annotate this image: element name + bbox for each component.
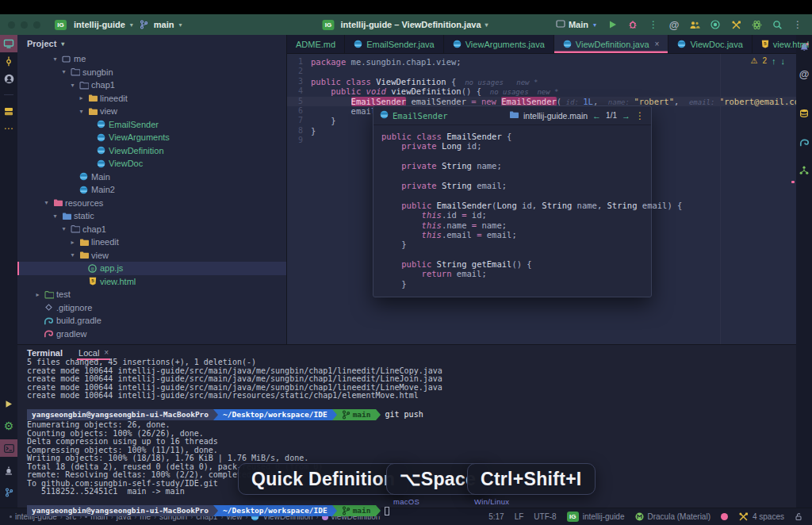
- popup-code-line: private String email;: [381, 181, 643, 190]
- tree-item-.gitignore[interactable]: .gitignore: [17, 301, 286, 315]
- tree-item-test[interactable]: ▸test: [17, 288, 286, 301]
- class-icon: [78, 186, 90, 194]
- prev-occurrence-icon[interactable]: ←: [592, 111, 601, 121]
- build-project-icon[interactable]: [730, 18, 742, 31]
- tree-open-chevron-icon[interactable]: ▾: [67, 251, 78, 259]
- branch-selector[interactable]: main: [154, 20, 174, 29]
- tree-item-lineedit[interactable]: ▸lineedit: [17, 92, 286, 105]
- project-tree: ▾me▾sungbin▾chap1▸lineedit▾viewEmailSend…: [17, 52, 286, 340]
- titlebar: IG intellij-guide ▾ main ▾ IG intellij-g…: [0, 14, 812, 35]
- terminal-output-line: [27, 400, 796, 409]
- tree-open-chevron-icon[interactable]: ▾: [50, 56, 60, 63]
- tab-EmailSender.java[interactable]: EmailSender.java: [345, 35, 444, 53]
- services-tool-button[interactable]: ⚙: [0, 417, 17, 435]
- tree-item-view[interactable]: ▾view: [17, 249, 286, 262]
- tree-item-chap1[interactable]: ▾chap1: [17, 79, 286, 92]
- tree-item-ViewDoc[interactable]: ViewDoc: [17, 157, 286, 171]
- inspections-widget[interactable]: ⚠2 ↑ ↓: [750, 56, 785, 66]
- next-problem-icon[interactable]: ↓: [781, 56, 786, 66]
- tree-item-lineedit[interactable]: ▸lineedit: [17, 236, 286, 249]
- tab-ViewDoc.java[interactable]: ViewDoc.java: [668, 35, 752, 53]
- run-tool-button[interactable]: [0, 395, 17, 412]
- profiler-icon[interactable]: [750, 18, 763, 31]
- project-tool-button[interactable]: [0, 35, 17, 52]
- structure-tool-button[interactable]: [0, 102, 17, 120]
- commit-tool-button[interactable]: [0, 52, 17, 70]
- assistant-tool-button[interactable]: @: [796, 65, 812, 82]
- popup-more-icon[interactable]: ⋮: [635, 110, 645, 121]
- terminal-prompt-line[interactable]: yangseongbin@yangseongbin-ui-MacBookPro~…: [27, 505, 796, 516]
- database-tool-button[interactable]: [796, 105, 812, 122]
- window-title: IG intellij-guide – ViewDefinition.java …: [322, 20, 489, 30]
- tree-item-Main2[interactable]: Main2: [17, 183, 286, 197]
- close-icon[interactable]: ×: [655, 40, 660, 48]
- prev-problem-icon[interactable]: ↑: [772, 56, 776, 66]
- github-tool-button[interactable]: [0, 70, 17, 87]
- tab-view.html[interactable]: 5view.html: [753, 35, 812, 53]
- tree-open-chevron-icon[interactable]: ▾: [50, 213, 60, 220]
- terminal-panel-title[interactable]: Terminal: [27, 348, 63, 358]
- dependencies-tool-button[interactable]: [796, 162, 812, 179]
- project-panel-header[interactable]: Project ▾: [17, 35, 286, 52]
- tree-open-chevron-icon[interactable]: ▾: [59, 68, 69, 75]
- quick-definition-popup[interactable]: EmailSender intellij-guide.main ← 1/1 → …: [373, 105, 652, 297]
- tree-open-chevron-icon[interactable]: ▾: [41, 199, 52, 206]
- overlay-quick-definition-label: Quick Definition: [238, 463, 408, 495]
- ai-assistant-icon[interactable]: @: [668, 18, 680, 31]
- problems-tool-button[interactable]: [0, 462, 17, 479]
- tree-closed-chevron-icon[interactable]: ▸: [67, 239, 78, 246]
- run-config-selector[interactable]: Main ▾: [556, 20, 598, 29]
- folder_yellow-icon: [78, 238, 90, 247]
- tree-open-chevron-icon[interactable]: ▾: [59, 225, 69, 232]
- tree-item-ViewDefinition[interactable]: ViewDefinition: [17, 144, 286, 158]
- more-actions-icon[interactable]: ⋮: [791, 18, 804, 31]
- more-tool-windows-button[interactable]: ⋯: [0, 120, 17, 137]
- run-button-icon[interactable]: [606, 18, 619, 31]
- terminal-tool-button[interactable]: [0, 439, 17, 457]
- popup-code-line: private Long id;: [381, 141, 643, 151]
- debug-button-icon[interactable]: [626, 18, 639, 31]
- tab-ViewArguments.java[interactable]: ViewArguments.java: [444, 35, 554, 53]
- tree-item-view.html[interactable]: 5view.html: [17, 275, 286, 289]
- tree-item-ViewArguments[interactable]: ViewArguments: [17, 131, 286, 144]
- tree-item-static[interactable]: ▾static: [17, 209, 286, 223]
- tab-ViewDefinition.java[interactable]: ViewDefinition.java×: [554, 35, 669, 53]
- tree-item-app.js[interactable]: @app.js: [17, 262, 286, 275]
- tree-open-chevron-icon[interactable]: ▾: [67, 82, 78, 89]
- tree-item-me[interactable]: ▾me: [17, 52, 286, 66]
- tree-item-view[interactable]: ▾view: [17, 105, 286, 118]
- git-tool-button[interactable]: [0, 484, 17, 501]
- chevron-down-icon: ▾: [593, 21, 596, 29]
- class-icon: [95, 159, 107, 168]
- code-with-me-icon[interactable]: [688, 18, 701, 31]
- project-selector[interactable]: intellij-guide: [74, 20, 125, 29]
- tree-item-Main[interactable]: Main: [17, 171, 286, 184]
- popup-code-line: [381, 171, 643, 181]
- error-stripe-mark[interactable]: [791, 181, 795, 183]
- prompt-command: git push: [385, 411, 423, 420]
- gradle-tool-button[interactable]: [796, 133, 812, 151]
- divider: [4, 94, 13, 95]
- warning-icon: ⚠: [750, 56, 757, 66]
- terminal-output-line: Writing objects: 100% (18/18), 1.76 KiB …: [27, 454, 796, 463]
- folder_yellow-icon: [86, 94, 98, 102]
- next-occurrence-icon[interactable]: →: [622, 111, 630, 121]
- run-more-options-icon[interactable]: ⋮: [647, 18, 660, 31]
- chevron-down-icon: ▾: [61, 40, 64, 48]
- terminal-prompt-line[interactable]: yangseongbin@yangseongbin-ui-MacBookPro~…: [27, 409, 796, 420]
- popup-location: intellij-guide.main: [523, 111, 588, 121]
- tab-ADME.md[interactable]: ADME.md: [287, 35, 345, 53]
- tree-item-chap1[interactable]: ▾chap1: [17, 223, 286, 236]
- tree-open-chevron-icon[interactable]: ▾: [76, 108, 86, 115]
- tree-closed-chevron-icon[interactable]: ▸: [76, 94, 86, 102]
- tree-item-build.gradle[interactable]: build.gradle: [17, 314, 286, 328]
- tree-closed-chevron-icon[interactable]: ▸: [33, 291, 43, 298]
- tree-item-sungbin[interactable]: ▾sungbin: [17, 66, 286, 79]
- tree-item-gradlew[interactable]: gradlew: [17, 328, 286, 341]
- close-icon[interactable]: ×: [104, 348, 109, 357]
- screen-record-icon[interactable]: [709, 18, 722, 31]
- tree-item-resources[interactable]: ▾resources: [17, 197, 286, 210]
- tree-item-EmailSender[interactable]: EmailSender: [17, 118, 286, 132]
- window-controls[interactable]: [8, 21, 40, 29]
- search-everywhere-icon[interactable]: [771, 18, 783, 31]
